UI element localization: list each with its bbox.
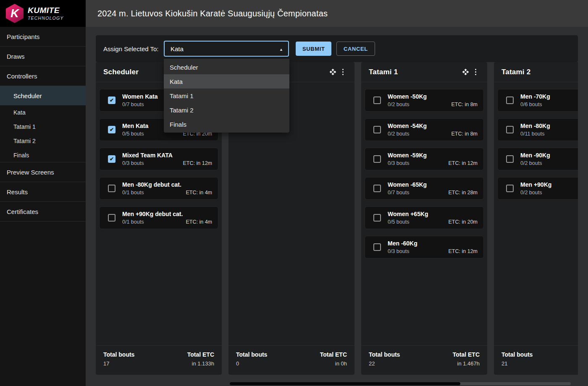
category-card[interactable]: Women -50Kg 0/2 bouts ETC: in 8m	[365, 89, 484, 112]
sidebar-nav: Participants Draws Controllers Scheduler…	[0, 27, 86, 222]
category-checkbox[interactable]	[506, 96, 514, 104]
sidebar-item-results[interactable]: Results	[0, 182, 86, 202]
sidebar-item-tatami-1[interactable]: Tatami 1	[0, 120, 86, 134]
brand-text: KUMITE TECHNOLOGY	[28, 6, 64, 21]
column-title: Tatami 1	[369, 68, 462, 76]
sidebar-item-draws[interactable]: Draws	[0, 47, 86, 66]
total-etc-label: Total ETC	[320, 351, 347, 358]
total-bouts-value: 0	[236, 360, 267, 367]
menu-option-label: Tatami 1	[170, 92, 194, 99]
category-bouts: 0/3 bouts	[122, 160, 173, 166]
brand-name: KUMITE	[28, 6, 64, 14]
assign-toolbar: Assign Selected To: Kata SUBMIT CANCEL	[96, 35, 578, 62]
category-bouts: 0/1 bouts	[122, 190, 181, 196]
category-bouts: 0/3 bouts	[388, 160, 427, 166]
category-checkbox[interactable]	[108, 155, 116, 163]
category-card[interactable]: Men -60Kg 0/3 bouts ETC: in 12m	[365, 236, 484, 258]
column-tatami-2: Tatami 2 Men -70Kg 0/6 bouts	[494, 62, 578, 375]
category-card[interactable]: Men +90Kg 0/2 bouts	[497, 177, 578, 200]
category-card[interactable]: Men -80Kg debut cat. 0/1 bouts ETC: in 4…	[99, 177, 218, 200]
category-title: Women -50Kg	[388, 93, 427, 100]
menu-option-tatami-2[interactable]: Tatami 2	[164, 103, 289, 117]
horizontal-scrollbar-track[interactable]	[230, 382, 571, 385]
kebab-menu-icon[interactable]	[341, 68, 345, 77]
sidebar-item-tatami-2[interactable]: Tatami 2	[0, 134, 86, 148]
menu-option-label: Tatami 2	[170, 107, 194, 114]
category-checkbox[interactable]	[373, 214, 381, 222]
category-card[interactable]: Women +65Kg 0/5 bouts ETC: in 20m	[365, 206, 484, 229]
category-checkbox[interactable]	[373, 96, 381, 104]
horizontal-scrollbar-thumb[interactable]	[230, 382, 460, 385]
category-etc: ETC: in 4m	[186, 219, 212, 225]
submit-button[interactable]: SUBMIT	[296, 42, 331, 56]
category-checkbox[interactable]	[506, 126, 514, 133]
category-checkbox[interactable]	[373, 243, 381, 251]
category-title: Women +65Kg	[388, 211, 428, 218]
category-card[interactable]: Mixed Team KATA 0/3 bouts ETC: in 12m	[99, 148, 218, 170]
category-checkbox[interactable]	[506, 155, 514, 163]
category-etc: ETC: in 12m	[183, 160, 212, 166]
column-tatami-1-cards: Women -50Kg 0/2 bouts ETC: in 8m Women -…	[361, 82, 487, 258]
menu-option-finals[interactable]: Finals	[164, 117, 289, 131]
category-checkbox[interactable]	[108, 185, 116, 192]
total-bouts-label: Total bouts	[236, 351, 267, 358]
total-bouts-value: 22	[369, 360, 400, 367]
category-card[interactable]: Men -80Kg 0/11 bouts	[497, 118, 578, 141]
assign-label: Assign Selected To:	[103, 35, 158, 62]
sidebar-item-label: Preview Screens	[7, 169, 54, 176]
brand-logo: K KUMITE TECHNOLOGY	[0, 0, 86, 27]
menu-option-label: Finals	[170, 121, 186, 128]
category-etc: ETC: in 28m	[449, 190, 478, 196]
category-title: Mixed Team KATA	[122, 152, 173, 159]
category-checkbox[interactable]	[108, 214, 116, 222]
category-checkbox[interactable]	[506, 185, 514, 192]
category-etc: ETC: in 8m	[451, 102, 478, 107]
category-title: Women Kata	[122, 93, 158, 100]
sidebar-item-controllers[interactable]: Controllers	[0, 66, 86, 86]
total-etc-value: in 0h	[320, 360, 347, 367]
category-title: Women -59Kg	[388, 152, 427, 159]
category-etc: ETC: in 12m	[449, 248, 478, 254]
total-bouts-label: Total bouts	[103, 351, 134, 358]
category-checkbox[interactable]	[373, 126, 381, 133]
category-card[interactable]: Men -70Kg 0/6 bouts	[497, 89, 578, 112]
column-tatami-2-footer: Total bouts 21	[494, 345, 578, 375]
sidebar-item-participants[interactable]: Participants	[0, 27, 86, 47]
category-card[interactable]: Women -65Kg 0/7 bouts ETC: in 28m	[365, 177, 484, 200]
menu-option-tatami-1[interactable]: Tatami 1	[164, 89, 289, 103]
sidebar-item-preview-screens[interactable]: Preview Screens	[0, 162, 86, 182]
category-checkbox[interactable]	[373, 185, 381, 192]
assign-select-value: Kata	[171, 45, 184, 52]
category-checkbox[interactable]	[108, 126, 116, 133]
cancel-button[interactable]: CANCEL	[336, 42, 375, 56]
sidebar-item-certificates[interactable]: Certificates	[0, 202, 86, 222]
column-scheduler-footer: Total bouts 17 Total ETC in 1.133h	[96, 345, 222, 375]
category-bouts: 0/6 bouts	[520, 102, 550, 107]
category-bouts: 0/7 bouts	[122, 102, 158, 107]
category-bouts: 0/7 bouts	[388, 190, 427, 196]
category-card[interactable]: Women -59Kg 0/3 bouts ETC: in 12m	[365, 148, 484, 170]
category-checkbox[interactable]	[108, 96, 116, 104]
category-bouts: 0/2 bouts	[388, 102, 427, 107]
menu-option-kata[interactable]: Kata	[164, 74, 289, 89]
category-card[interactable]: Men +90Kg debut cat. 0/1 bouts ETC: in 4…	[99, 206, 218, 229]
category-bouts: 0/5 bouts	[122, 131, 148, 137]
sidebar-item-scheduler[interactable]: Scheduler	[0, 86, 86, 105]
brand-logo-letter: K	[10, 8, 19, 19]
assign-select[interactable]: Kata	[164, 41, 289, 57]
move-handle-icon[interactable]	[329, 68, 336, 76]
category-etc: ETC: in 20m	[449, 219, 478, 225]
total-etc-value: in 1.133h	[187, 360, 214, 367]
sidebar-item-kata[interactable]: Kata	[0, 105, 86, 120]
category-bouts: 0/2 bouts	[520, 190, 551, 196]
column-tatami-2-header: Tatami 2	[494, 62, 578, 82]
category-checkbox[interactable]	[373, 155, 381, 163]
category-card[interactable]: Women -54Kg 0/2 bouts ETC: in 8m	[365, 118, 484, 141]
kebab-menu-icon[interactable]	[474, 68, 478, 77]
menu-option-scheduler[interactable]: Scheduler	[164, 60, 289, 74]
category-card[interactable]: Men -90Kg 0/2 bouts	[497, 148, 578, 170]
category-title: Men +90Kg debut cat.	[122, 211, 183, 218]
sidebar-item-label: Scheduler	[13, 92, 42, 99]
sidebar-item-finals[interactable]: Finals	[0, 148, 86, 162]
move-handle-icon[interactable]	[462, 68, 469, 76]
